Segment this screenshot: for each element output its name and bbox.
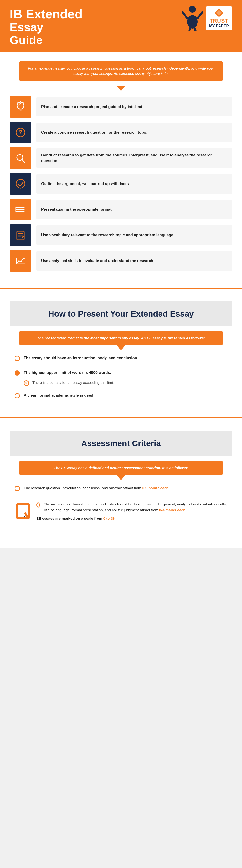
obj-text-7: Use analytical skills to evaluate and un…: [36, 251, 232, 271]
obj-text-4: Outline the argument, well backed up wit…: [36, 174, 232, 193]
final-note: EE essays are marked on a scale from 0 t…: [36, 516, 228, 521]
bullet-group-2: The highest upper limit of words is 4000…: [14, 370, 228, 393]
sub-bullet-1: ✕ There is a penalty for an essay exceed…: [24, 380, 114, 386]
section-divider-2: [0, 417, 242, 418]
intro-arrow: [117, 86, 125, 91]
assess-text-1: The research question, introduction, con…: [24, 485, 169, 491]
trust-logo-box: TRUST MY PAPER: [206, 6, 232, 30]
obj-icon-box-4: [10, 173, 31, 195]
assessment-heading-box: Assessment Criteria: [10, 431, 232, 456]
svg-text:?: ?: [19, 129, 23, 136]
svg-line-11: [23, 103, 24, 103]
bottom-pad: [0, 538, 242, 548]
obj-icon-box-2: ?: [10, 122, 31, 144]
trust-label: TRUST: [210, 18, 229, 24]
intro-box: For an extended essay, you choose a rese…: [20, 61, 222, 81]
obj-icon-box-6: [10, 224, 31, 246]
bullet-item-1: The essay should have an introduction, b…: [14, 355, 137, 361]
assess-intro-text: The EE essay has a defined and distinct …: [25, 465, 217, 471]
bullet-connector-2: [17, 388, 18, 393]
bulb-icon: [14, 101, 27, 113]
objective-item-4: Outline the argument, well backed up wit…: [10, 173, 232, 195]
svg-line-3: [198, 12, 202, 18]
assess-bullets: The research question, introduction, con…: [0, 480, 242, 536]
assess-row-2: The investigation, knowledge, and unders…: [14, 501, 228, 521]
assess-dot-2: [36, 502, 40, 507]
assess-arrow: [117, 475, 125, 480]
obj-icon-box-1: [10, 96, 31, 118]
lines-icon: [14, 204, 27, 216]
edit-icon: [14, 229, 27, 241]
checkmark-icon: [14, 178, 27, 190]
analytics-icon: [14, 255, 27, 267]
bullet-item-2: The highest upper limit of words is 4000…: [14, 370, 111, 376]
present-intro-box: The presentation format is the most impo…: [20, 331, 222, 345]
search-icon: [14, 152, 27, 164]
obj-text-3: Conduct research to get data from the so…: [36, 148, 232, 168]
title-line3: Guide: [10, 34, 232, 47]
objectives-section: Plan and execute a research project guid…: [0, 91, 242, 283]
obj-text-5: Presentation in the appropriate format: [36, 200, 232, 219]
obj-icon-box-5: [10, 198, 31, 220]
present-intro-text: The presentation format is the most impo…: [25, 335, 217, 341]
mypaper-label: MY PAPER: [209, 24, 229, 28]
obj-text-2: Create a concise research question for t…: [36, 123, 232, 142]
bullet-group-1: The essay should have an introduction, b…: [14, 355, 228, 370]
objective-item-2: ? Create a concise research question for…: [10, 122, 232, 144]
obj-icon-box-7: [10, 250, 31, 272]
assess-dot-row-2: The investigation, knowledge, and unders…: [36, 501, 228, 513]
header: IB Extended Essay Guide: [0, 0, 242, 52]
assessment-section: Assessment Criteria The EE essay has a d…: [0, 423, 242, 538]
bullet-dot-1: [14, 356, 20, 361]
intro-text: For an extended essay, you choose a rese…: [25, 66, 217, 76]
page-container: IB Extended Essay Guide: [0, 0, 242, 548]
present-bullets: The essay should have an introduction, b…: [0, 350, 242, 410]
svg-point-1: [187, 15, 198, 29]
bullet-dot-3: [14, 393, 20, 398]
assess-row-1: The research question, introduction, con…: [14, 485, 228, 491]
assess-text-2-wrap: The investigation, knowledge, and unders…: [36, 501, 228, 521]
objective-item-7: Use analytical skills to evaluate and un…: [10, 250, 232, 272]
section-divider-1: [0, 288, 242, 289]
svg-line-10: [18, 103, 18, 103]
present-heading-box: How to Present Your Extended Essay: [10, 301, 232, 326]
diamond-icon: [214, 8, 224, 18]
svg-point-16: [16, 180, 25, 188]
bullet-item-3: A clear, formal academic style is used: [14, 393, 228, 398]
present-intro-wrap: The presentation format is the most impo…: [0, 331, 242, 351]
human-figure-icon: [182, 5, 203, 31]
assess-intro-box: The EE essay has a defined and distinct …: [20, 461, 222, 475]
sub-bullet-text-1: There is a penalty for an essay exceedin…: [32, 380, 114, 385]
x-icon: ✕: [24, 380, 29, 386]
assess-dot-1: [14, 486, 20, 491]
svg-point-0: [189, 6, 196, 12]
objective-item-5: Presentation in the appropriate format: [10, 198, 232, 220]
bullet-text-2: The highest upper limit of words is 4000…: [24, 370, 111, 376]
present-arrow: [117, 345, 125, 350]
objective-item-1: Plan and execute a research project guid…: [10, 96, 232, 118]
notepad-icon: [14, 501, 31, 521]
present-section: How to Present Your Extended Essay The p…: [0, 294, 242, 413]
present-heading: How to Present Your Extended Essay: [24, 308, 218, 319]
header-logo: TRUST MY PAPER: [182, 5, 232, 31]
svg-line-4: [189, 28, 191, 31]
intro-section: For an extended essay, you choose a rese…: [0, 52, 242, 91]
bullet-connector-1: [17, 366, 18, 370]
svg-line-15: [22, 160, 25, 162]
assess-intro-wrap: The EE essay has a defined and distinct …: [0, 461, 242, 480]
question-icon: ?: [14, 126, 27, 138]
objective-item-6: Use vocabulary relevant to the research …: [10, 224, 232, 246]
svg-line-5: [194, 28, 196, 31]
assess-connector-1: [17, 497, 18, 501]
obj-text-6: Use vocabulary relevant to the research …: [36, 225, 232, 245]
obj-icon-box-3: [10, 147, 31, 169]
bullet-text-3: A clear, formal academic style is used: [24, 393, 94, 398]
bullet-dot-2: [14, 370, 20, 376]
svg-line-2: [183, 12, 187, 18]
assessment-heading: Assessment Criteria: [24, 438, 218, 448]
assess-group-1: The research question, introduction, con…: [14, 485, 228, 501]
obj-text-1: Plan and execute a research project guid…: [36, 97, 232, 117]
bullet-text-1: The essay should have an introduction, b…: [24, 355, 137, 361]
assess-text-2: The investigation, knowledge, and unders…: [44, 501, 228, 513]
objective-item-3: Conduct research to get data from the so…: [10, 147, 232, 169]
